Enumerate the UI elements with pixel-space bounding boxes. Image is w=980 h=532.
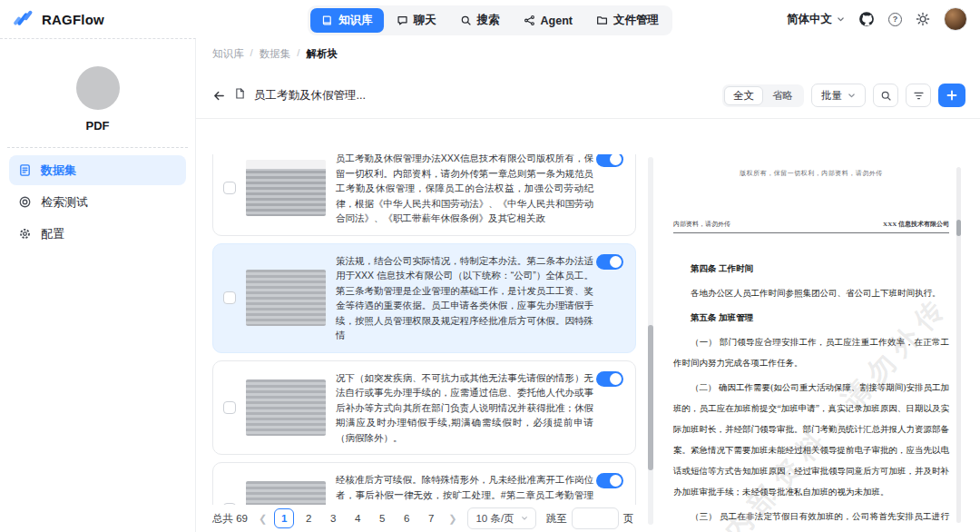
page-size-select[interactable]: 10 条/页 [467,507,535,529]
jump-to-label: 跳至 [546,512,567,526]
pagination-page-2[interactable]: 2 [299,508,318,528]
breadcrumb: 知识库 / 数据集 / 解析块 [196,38,980,61]
view-mode-segmented: 全文 省略 [722,84,804,107]
tab-label: 搜索 [477,13,500,28]
chunk-enabled-toggle[interactable] [596,473,623,488]
chunk-card[interactable]: 策法规，结合公司实际情况，特制定本办法。第二条本办法适用于XXX 信息技术有限公… [212,243,636,353]
chunk-card[interactable]: 况下（如突发疾病、不可抗力或其他无法事先请假的情形）无法自行或事先办理手续的，应… [212,360,636,456]
search-icon [880,90,892,102]
app-header: RAGFlow 知识库 聊天 搜索 Agent 文件管理 [0,0,980,38]
chunk-checkbox[interactable] [223,503,236,505]
language-selector[interactable]: 简体中文 [787,12,845,27]
bulk-label: 批量 [821,89,842,103]
chevron-down-icon [837,15,845,24]
user-avatar[interactable] [944,7,967,31]
header-right: 简体中文 [787,0,967,38]
pagination-page-7[interactable]: 7 [421,508,441,528]
sidebar-item-label: 配置 [41,226,64,242]
chunk-card[interactable]: 经核准后方可续假。除特殊情形外，凡未经批准离开工作岗位者，事后补假一律无效，按旷… [212,462,636,505]
pagination-next[interactable]: ❯ [446,513,459,525]
pdf-footer-right: XXX 信息技术有限公司 [883,220,949,229]
filter-button[interactable] [906,84,931,107]
chunk-checkbox[interactable] [223,182,236,194]
document-toolbar-left: 员工考勤及休假管理... [212,87,366,103]
ragflow-logo-icon [13,8,34,30]
pdf-heading: 第四条 工作时间 [673,259,949,280]
search-icon [460,15,472,26]
breadcrumb-separator: / [297,47,299,61]
search-chunks-button[interactable] [873,84,898,107]
document-toolbar: 员工考勤及休假管理... 全文 省略 批量 [212,84,965,107]
pagination-page-3[interactable]: 3 [323,508,343,528]
pagination-page-4[interactable]: 4 [348,508,368,528]
document-icon [234,87,246,103]
chunk-enabled-toggle[interactable] [596,154,623,167]
breadcrumb-knowledge-base[interactable]: 知识库 [212,47,244,61]
chunk-text: 况下（如突发疾病、不可抗力或其他无法事先请假的情形）无法自行或事先办理手续的，应… [336,370,593,446]
breadcrumb-chunks: 解析块 [306,47,338,61]
document-toolbar-right: 全文 省略 批量 [722,84,965,107]
sidebar-item-dataset[interactable]: 数据集 [9,155,186,185]
segment-ellipsis[interactable]: 省略 [763,86,802,105]
breadcrumb-dataset[interactable]: 数据集 [260,47,291,61]
tab-chat[interactable]: 聊天 [386,8,447,33]
chunk-thumbnail [246,481,326,505]
pagination-page-1[interactable]: 1 [274,508,294,528]
tab-file-management[interactable]: 文件管理 [585,8,670,33]
pagination-page-5[interactable]: 5 [372,508,392,528]
pdf-paragraph: （二） 确因工作需要(如公司重大活动保障、割接等期间)安排员工加班的，员工应在加… [673,378,949,503]
page-jump-input[interactable] [572,507,619,529]
segment-full-text[interactable]: 全文 [724,86,763,105]
breadcrumb-separator: / [250,47,253,61]
pdf-heading: 第五条 加班管理 [673,308,949,329]
content-area: 员工考勤及休假管理办法XXX信息技术有限公司版权所有，保留一切权利。内部资料，请… [196,154,980,532]
pdf-preview-panel: 版权所有，保留一切权利，内部资料，请勿外传 内部资料，请勿外传 XXX 信息技术… [655,154,980,532]
pdf-scrollbar [956,167,961,523]
chunk-checkbox[interactable] [223,291,236,304]
chunk-enabled-toggle[interactable] [596,371,623,387]
tab-agent[interactable]: Agent [513,10,583,32]
scrollbar-thumb[interactable] [648,325,653,470]
chunk-enabled-toggle[interactable] [596,254,623,270]
folder-icon [596,15,608,26]
language-label: 简体中文 [787,12,832,27]
chevron-down-icon [521,515,528,522]
retrieval-test-icon [18,195,32,209]
chunk-list-column: 员工考勤及休假管理办法XXX信息技术有限公司版权所有，保留一切权利。内部资料，请… [196,154,647,532]
sidebar-item-configuration[interactable]: 配置 [9,219,186,249]
bulk-action-button[interactable]: 批量 [811,84,866,107]
chunk-text: 策法规，结合公司实际情况，特制定本办法。第二条本办法适用于XXX 信息技术有限公… [336,253,593,343]
scrollbar-thumb[interactable] [956,220,961,236]
chunk-list: 员工考勤及休假管理办法XXX信息技术有限公司版权所有，保留一切权利。内部资料，请… [196,154,647,505]
tab-search[interactable]: 搜索 [449,8,511,33]
help-icon[interactable] [888,13,902,26]
pdf-body-text: 第四条 工作时间 各地办公区人员工作时间参照集团公司、省公司上下班时间执行。 第… [673,259,949,532]
filter-icon [913,90,925,102]
sidebar-item-label: 检索测试 [41,194,88,211]
page-size-value: 10 条/页 [475,512,514,526]
main-nav: 知识库 聊天 搜索 Agent 文件管理 [308,5,672,35]
sidebar-item-retrieval-test[interactable]: 检索测试 [9,187,186,217]
chevron-down-icon [848,92,856,100]
chunk-text: 员工考勤及休假管理办法XXX信息技术有限公司版权所有，保留一切权利。内部资料，请… [336,154,593,226]
add-chunk-button[interactable] [938,84,965,107]
pagination-page-6[interactable]: 6 [397,508,416,528]
tab-label: 文件管理 [613,13,659,28]
pdf-paragraph: 各地办公区人员工作时间参照集团公司、省公司上下班时间执行。 [673,283,949,304]
chunk-text: 经核准后方可续假。除特殊情形外，凡未经批准离开工作岗位者，事后补假一律无效，按旷… [336,472,593,505]
theme-toggle-icon[interactable] [916,12,930,26]
chunk-checkbox[interactable] [223,401,236,414]
github-icon[interactable] [858,11,875,27]
sidebar-menu: 数据集 检索测试 配置 [0,155,195,249]
pagination-prev[interactable]: ❮ [256,513,270,525]
pdf-paragraph: （一） 部门领导应合理安排工作，员工应注重工作效率，在正常工作时间内努力完成各项… [673,332,949,374]
back-button[interactable] [212,89,226,103]
page-unit-label: 页 [623,512,634,526]
app-root: RAGFlow 知识库 聊天 搜索 Agent 文件管理 [0,0,980,532]
chunk-card[interactable]: 员工考勤及休假管理办法XXX信息技术有限公司版权所有，保留一切权利。内部资料，请… [212,154,636,236]
pdf-page-footer: 内部资料，请勿外传 XXX 信息技术有限公司 [673,220,949,233]
sidebar: PDF 数据集 检索测试 配置 [0,38,196,532]
brand[interactable]: RAGFlow [13,8,104,30]
knowledge-icon [321,15,333,26]
tab-knowledge-base[interactable]: 知识库 [310,8,384,33]
